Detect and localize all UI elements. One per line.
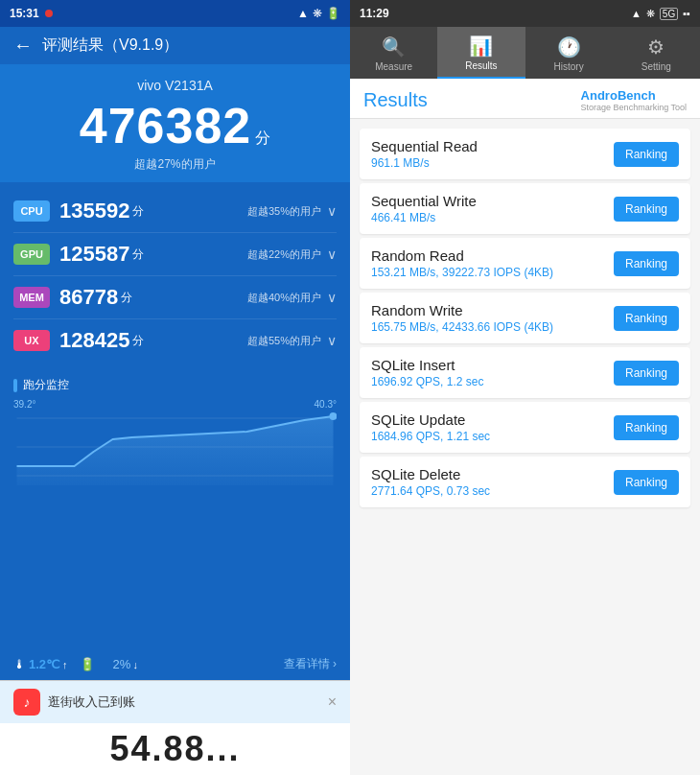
chart-area: 39.2° 40.3° [13, 399, 337, 485]
ad-text: 逛街收入已到账 [48, 693, 135, 711]
ux-unit: 分 [132, 333, 144, 349]
benchmark-info: Random Write 165.75 MB/s, 42433.66 IOPS … [371, 302, 614, 334]
left-time: 15:31 [10, 7, 39, 20]
benchmark-value: 466.41 MB/s [371, 211, 614, 224]
monitor-section: 跑分监控 39.2° 40.3° [0, 369, 350, 648]
benchmark-name: Random Write [371, 302, 614, 318]
benchmark-name: SQLite Update [371, 411, 614, 428]
back-button[interactable]: ← [13, 35, 33, 57]
tab-results[interactable]: 📊 Results [437, 27, 525, 79]
logo-text: AndroBench [581, 88, 687, 103]
results-header: Results AndroBench Storage Benchmarking … [350, 79, 700, 119]
metric-ux: UX 128425 分 超越55%的用户 ∨ [13, 319, 337, 362]
tab-history[interactable]: 🕐 History [525, 27, 613, 79]
benchmark-random-read: Random Read 153.21 MB/s, 39222.73 IOPS (… [360, 238, 690, 289]
ranking-button[interactable]: Ranking [614, 470, 679, 495]
benchmark-name: SQLite Delete [371, 466, 614, 482]
benchmark-name: SQLite Insert [371, 357, 614, 373]
logo-prefix: Andro [581, 88, 618, 103]
ranking-button[interactable]: Ranking [614, 361, 679, 386]
wifi-icon: ▲ [297, 7, 309, 20]
score-subtitle: 超越27%的用户 [0, 156, 350, 173]
cpu-subtitle: 超越35%的用户 [247, 204, 321, 219]
benchmark-list: Sequential Read 961.1 MB/s Ranking Seque… [350, 119, 700, 775]
page-title: 评测结果（V9.1.9） [42, 35, 178, 56]
left-statusbar: 15:31 ▲ ❋ 🔋 [0, 0, 350, 27]
score-unit: 分 [255, 129, 270, 146]
cpu-badge: CPU [13, 200, 50, 222]
ad-close-button[interactable]: × [328, 693, 337, 711]
benchmark-info: Sequential Write 466.41 MB/s [371, 193, 614, 224]
ranking-button[interactable]: Ranking [614, 142, 679, 167]
metric-gpu: GPU 125587 分 超越22%的用户 ∨ [13, 233, 337, 276]
right-status-icons: ▲ ❋ 5G ▪▪ [631, 8, 690, 20]
androbench-logo: AndroBench Storage Benchmarking Tool [581, 88, 687, 112]
main-score-row: 476382分 [0, 97, 350, 154]
right-statusbar: 11:29 ▲ ❋ 5G ▪▪ [350, 0, 700, 27]
right-5g-badge: 5G [660, 8, 678, 20]
right-signal-icon: ▲ [631, 8, 642, 19]
details-link[interactable]: 查看详情 › [284, 656, 337, 672]
gpu-subtitle: 超越22%的用户 [247, 247, 321, 262]
benchmark-value: 1684.96 QPS, 1.21 sec [371, 430, 614, 443]
benchmark-name: Random Read [371, 247, 614, 264]
benchmark-info: SQLite Insert 1696.92 QPS, 1.2 sec [371, 357, 614, 388]
benchmark-info: SQLite Update 1684.96 QPS, 1.21 sec [371, 411, 614, 443]
ranking-button[interactable]: Ranking [614, 415, 679, 440]
ad-icon-symbol: ♪ [24, 694, 31, 710]
cpu-score: 135592 [59, 199, 129, 223]
ranking-button[interactable]: Ranking [614, 251, 679, 276]
tab-bar: 🔍 Measure 📊 Results 🕐 History ⚙ Setting [350, 27, 700, 79]
ux-badge: UX [13, 330, 50, 351]
gpu-chevron: ∨ [327, 247, 337, 262]
mem-chevron: ∨ [327, 290, 337, 305]
benchmark-name: Sequential Read [371, 138, 614, 154]
benchmark-value: 153.21 MB/s, 39222.73 IOPS (4KB) [371, 266, 614, 279]
right-battery-icon: ▪▪ [683, 8, 690, 19]
results-icon: 📊 [469, 35, 493, 58]
tab-measure-label: Measure [375, 61, 412, 72]
right-panel: 11:29 ▲ ❋ 5G ▪▪ 🔍 Measure 📊 Results 🕐 Hi… [350, 0, 700, 775]
mem-unit: 分 [121, 290, 132, 306]
temp-battery-row: 🌡 1.2℃ ↑ 🔋 2% ↓ 查看详情 › [0, 648, 350, 680]
left-panel: 15:31 ▲ ❋ 🔋 ← 评测结果（V9.1.9） vivo V2131A 4… [0, 0, 350, 775]
details-arrow-icon: › [333, 657, 337, 670]
device-name: vivo V2131A [0, 78, 350, 93]
tab-results-label: Results [465, 60, 497, 71]
ad-banner[interactable]: ♪ 逛街收入已到账 × [0, 680, 350, 723]
battery-value: 2% [113, 657, 131, 671]
temperature-chart [13, 399, 337, 485]
ranking-button[interactable]: Ranking [614, 197, 679, 222]
right-time: 11:29 [360, 7, 389, 20]
tab-setting[interactable]: ⚙ Setting [613, 27, 700, 79]
measure-icon: 🔍 [382, 35, 406, 59]
mem-badge: MEM [13, 287, 50, 308]
signal-icon: ❋ [313, 7, 322, 20]
ranking-button[interactable]: Ranking [614, 306, 679, 331]
benchmark-value: 165.75 MB/s, 42433.66 IOPS (4KB) [371, 320, 614, 334]
ux-chevron: ∨ [327, 333, 337, 348]
benchmark-value: 961.1 MB/s [371, 156, 614, 170]
chart-temp-high: 40.3° [315, 399, 337, 410]
metric-cpu: CPU 135592 分 超越35%的用户 ∨ [13, 190, 337, 233]
logo-subtitle: Storage Benchmarking Tool [581, 103, 687, 112]
gpu-unit: 分 [132, 247, 144, 263]
metrics-section: CPU 135592 分 超越35%的用户 ∨ GPU 125587 分 超越2… [0, 182, 350, 369]
svg-marker-3 [17, 416, 334, 485]
battery-small-icon: 🔋 [80, 657, 95, 671]
status-dot [45, 10, 53, 17]
tab-measure[interactable]: 🔍 Measure [350, 27, 437, 79]
score-section: vivo V2131A 476382分 超越27%的用户 [0, 64, 350, 182]
monitor-title: 跑分监控 [13, 377, 337, 393]
benchmark-info: Sequential Read 961.1 MB/s [371, 138, 614, 170]
battery-icon: 🔋 [326, 7, 340, 20]
ux-subtitle: 超越55%的用户 [247, 334, 321, 348]
bottom-large-text: 54.88... [0, 723, 350, 775]
mem-subtitle: 超越40%的用户 [247, 291, 321, 305]
benchmark-sequential-write: Sequential Write 466.41 MB/s Ranking [360, 183, 690, 234]
mem-score: 86778 [59, 285, 118, 310]
cpu-chevron: ∨ [327, 203, 337, 219]
monitor-label: 跑分监控 [23, 377, 69, 393]
gpu-score: 125587 [59, 242, 129, 267]
benchmark-random-write: Random Write 165.75 MB/s, 42433.66 IOPS … [360, 293, 690, 343]
